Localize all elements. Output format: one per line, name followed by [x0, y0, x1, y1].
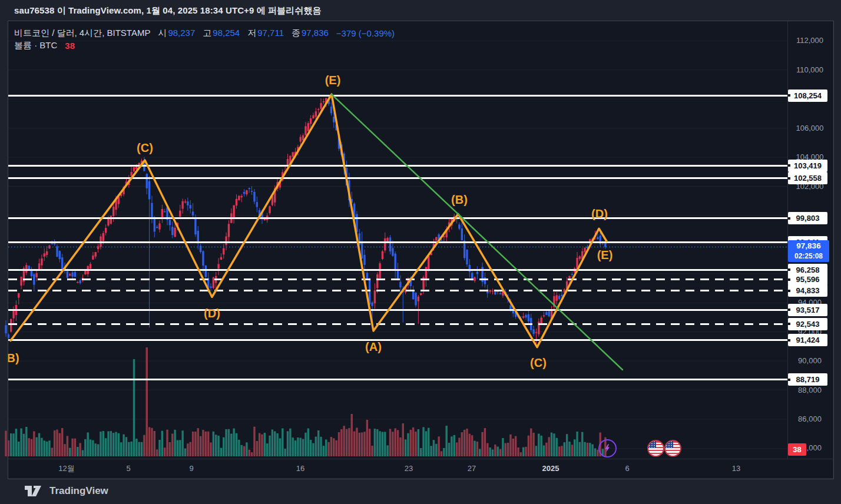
legend: 비트코인 / 달러, 4시간, BITSTAMP 시98,237고98,254저… [14, 27, 395, 52]
y-axis-tick: 88,000 [788, 386, 832, 394]
wave-label-b[interactable]: (B) [451, 193, 468, 207]
y-axis-tick: 90,000 [788, 356, 832, 365]
ohlc-pair: 시98,237 [158, 28, 195, 39]
current-price-label: 97,83602:25:08 [788, 240, 829, 262]
ohlc-value: 97,711 [257, 28, 284, 39]
price-level-label: 102,558 [788, 172, 827, 184]
price-level-label: 88,719 [788, 373, 827, 386]
us-flag-event-icon[interactable] [664, 440, 681, 457]
y-axis-tick: 86,000 [788, 415, 832, 423]
x-axis-tick: 9 [189, 459, 193, 478]
publish-text: sau76538 이 TradingView.com, 1월 04, 2025 … [14, 0, 322, 21]
tradingview-logo-icon[interactable] [24, 483, 44, 499]
ohlc-value: 98,237 [168, 28, 195, 39]
ohlc-value: 97,836 [302, 28, 329, 39]
footer-brand[interactable]: TradingView [49, 485, 108, 497]
x-axis-tick: 23 [405, 459, 413, 478]
wave-label-e[interactable]: (E) [597, 248, 613, 262]
x-axis-tick: 6 [625, 459, 629, 478]
wave-label-d[interactable]: (D) [204, 307, 220, 320]
time-axis-separator [8, 459, 833, 459]
symbol-title[interactable]: 비트코인 / 달러, 4시간, BITSTAMP [14, 28, 150, 39]
grid-lines [8, 41, 787, 448]
wave-label-a[interactable]: (A) [365, 340, 382, 354]
lightning-bolt-glyph [602, 443, 612, 453]
ohlc-pair: 종97,836 [292, 28, 329, 39]
x-axis-tick: 13 [732, 459, 740, 478]
legend-row-volume: 볼륨 · BTC 38 [14, 39, 395, 52]
wave-label-c[interactable]: (C) [137, 141, 153, 155]
ohlc-pair: 고98,254 [203, 28, 240, 39]
x-axis-tick: 2025 [542, 459, 559, 478]
wave-label-c[interactable]: (C) [530, 356, 547, 370]
price-level-label: 108,254 [788, 89, 827, 102]
volume-study-value: 38 [65, 41, 75, 51]
price-level-label: 103,419 [788, 160, 827, 172]
x-axis-tick: 5 [126, 459, 130, 478]
volume-bars [5, 347, 606, 456]
y-axis-tick: 106,000 [788, 124, 832, 132]
candles [5, 95, 606, 346]
ohlc-value: 98,254 [213, 28, 240, 39]
price-level-label: 95,596 [788, 273, 827, 286]
current-price-value: 97,836 [788, 240, 829, 252]
price-level-label: 93,517 [788, 304, 827, 316]
ohlc-values: 시98,237고98,254저97,711종97,836 [158, 28, 328, 39]
y-axis-tick: 110,000 [788, 65, 832, 74]
price-level-label: 92,543 [788, 318, 827, 330]
ohlc-label: 종 [292, 28, 300, 39]
footer: TradingView [24, 483, 108, 499]
ohlc-label: 저 [247, 28, 256, 39]
ohlc-label: 고 [203, 28, 211, 39]
support-resistance-lines[interactable] [8, 95, 787, 380]
price-level-label: 94,833 [788, 284, 827, 297]
price-level-label: 99,803 [788, 212, 827, 224]
wave-label-b[interactable]: B) [6, 352, 19, 365]
wave-label-d[interactable]: (D) [591, 207, 608, 221]
bar-countdown: 02:25:08 [788, 252, 829, 260]
x-axis-tick: 12월 [58, 459, 74, 478]
price-change: −379 (−0.39%) [336, 28, 395, 38]
lightning-event-icon[interactable] [598, 439, 617, 457]
volume-study-label[interactable]: 볼륨 · BTC [14, 40, 57, 51]
y-axis-tick: 112,000 [788, 36, 832, 45]
legend-row-symbol: 비트코인 / 달러, 4시간, BITSTAMP 시98,237고98,254저… [14, 27, 395, 39]
publish-bar: sau76538 이 TradingView.com, 1월 04, 2025 … [0, 0, 841, 21]
wave-label-e[interactable]: (E) [325, 74, 341, 87]
us-flag-event-icon[interactable] [647, 440, 664, 457]
x-axis-tick: 27 [468, 459, 476, 478]
ohlc-pair: 저97,711 [247, 28, 284, 39]
price-level-label: 91,424 [788, 334, 827, 346]
volume-axis-badge: 38 [788, 443, 806, 456]
ohlc-label: 시 [158, 28, 167, 39]
chart-canvas[interactable] [0, 0, 841, 504]
x-axis-tick: 16 [296, 459, 304, 478]
